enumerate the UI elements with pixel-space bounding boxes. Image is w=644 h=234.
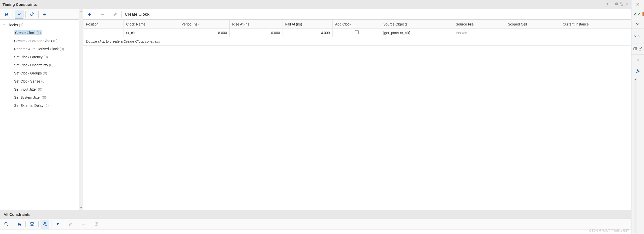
tree-item[interactable]: Set Clock Uncertainty (0) xyxy=(0,61,83,69)
checkbox-icon[interactable] xyxy=(355,30,359,34)
tree-item[interactable]: Create Generated Clock (0) xyxy=(0,37,83,45)
cell-current-instance[interactable] xyxy=(560,29,631,37)
detail-pane: Create Clock PositionClock NamePeriod (n… xyxy=(83,9,631,210)
scroll-down-icon[interactable]: ▾ xyxy=(80,206,82,210)
chevron-down-icon[interactable] xyxy=(631,19,644,29)
collapse-icon[interactable] xyxy=(15,220,23,228)
column-header[interactable]: Rise At (ns) xyxy=(230,20,283,29)
column-header[interactable]: Period (ns) xyxy=(179,20,230,29)
close-panel-icon[interactable]: ✕ xyxy=(631,55,644,66)
divider xyxy=(77,221,77,227)
divider xyxy=(109,11,109,18)
tree-item[interactable]: Set Clock Latency (0) xyxy=(0,53,83,61)
clock-icon xyxy=(92,220,101,228)
column-header[interactable]: Fall At (ns) xyxy=(283,20,332,29)
column-header[interactable]: Source File xyxy=(453,20,505,29)
add-icon[interactable] xyxy=(41,10,49,19)
hint-row[interactable]: Double click to create a Create Clock co… xyxy=(83,37,631,46)
cell-fall[interactable]: 4.000 xyxy=(283,29,332,37)
tree-item[interactable]: Create Clock (1) xyxy=(0,29,83,37)
close-icon[interactable]: ✕ xyxy=(638,34,641,38)
mini-scrollbar[interactable]: ▴ xyxy=(634,78,637,233)
cell-scoped-cell[interactable] xyxy=(505,29,560,37)
tree-item[interactable]: Set External Delay (0) xyxy=(0,101,83,110)
expand-all-icon[interactable] xyxy=(15,10,23,19)
svg-line-31 xyxy=(639,72,639,73)
constraints-table-wrap[interactable]: PositionClock NamePeriod (ns)Rise At (ns… xyxy=(83,20,631,210)
tree-item-count: (0) xyxy=(44,55,48,59)
svg-point-13 xyxy=(5,222,7,225)
column-header[interactable]: Current Instance xyxy=(560,20,631,29)
tree-item-count: (0) xyxy=(41,79,46,83)
table-row[interactable]: 1 rx_clk 8.000 0.000 4.000 [get_ports rx… xyxy=(83,29,631,37)
help-icon[interactable]: ? xyxy=(634,34,637,38)
divider xyxy=(64,221,64,227)
cell-period[interactable]: 8.000 xyxy=(179,29,230,37)
tree-item-label: Set System Jitter xyxy=(14,95,41,99)
tree-group-count: (1) xyxy=(19,23,23,27)
hint-text: Double click to create a Create Clock co… xyxy=(83,37,631,46)
tree-list[interactable]: ﹀ Clocks (1) Create Clock (1)Create Gene… xyxy=(0,20,83,210)
pin-icon[interactable] xyxy=(28,10,36,19)
status-row: e ✓ xyxy=(631,9,644,19)
tree-group-clocks[interactable]: ﹀ Clocks (1) xyxy=(0,21,83,29)
tree-item[interactable]: Set Input Jitter (0) xyxy=(0,85,83,93)
expand-icon[interactable] xyxy=(28,220,36,228)
tree-item-count: (0) xyxy=(44,103,49,108)
constraints-table: PositionClock NamePeriod (ns)Rise At (ns… xyxy=(83,20,631,46)
status-letter: e xyxy=(634,12,636,16)
tree-item[interactable]: Set Clock Sense (0) xyxy=(0,77,83,85)
column-header[interactable]: Source Objects xyxy=(381,20,453,29)
detail-toolbar: Create Clock xyxy=(83,9,631,20)
divider xyxy=(51,221,51,227)
divider xyxy=(90,221,90,227)
collapse-all-icon[interactable] xyxy=(2,10,11,19)
tree-item[interactable]: Rename Auto-Derived Clock (0) xyxy=(0,45,83,53)
search-icon[interactable] xyxy=(2,220,11,228)
cell-clock-name[interactable]: rx_clk xyxy=(124,29,179,37)
maximize-icon[interactable] xyxy=(620,2,623,7)
add-constraint-icon[interactable] xyxy=(85,10,94,19)
svg-line-32 xyxy=(636,72,637,73)
cell-add-clock[interactable] xyxy=(332,29,381,37)
scroll-up-icon[interactable]: ▴ xyxy=(80,9,82,13)
column-header[interactable]: Scoped Cell xyxy=(505,20,560,29)
minimize-icon[interactable] xyxy=(610,2,613,7)
check-icon: ✓ xyxy=(637,11,641,17)
restore-icon[interactable] xyxy=(633,47,637,50)
popout-icon[interactable] xyxy=(639,47,642,50)
tree-item-label: Create Clock xyxy=(15,31,36,35)
tree-item-label: Set Clock Sense xyxy=(14,79,40,83)
chevron-down-icon[interactable]: ﹀ xyxy=(3,23,7,27)
cell-position[interactable]: 1 xyxy=(83,29,124,37)
tree-scrollbar[interactable]: ▴ ▾ xyxy=(79,9,83,210)
tree-item-count: (0) xyxy=(53,39,57,43)
tree-item[interactable]: Set System Jitter (0) xyxy=(0,93,83,101)
help-icon[interactable]: ? xyxy=(606,3,608,7)
cell-source-file[interactable]: top.xdc xyxy=(453,29,505,37)
edit-icon xyxy=(66,220,75,228)
close-x-icon[interactable]: ✕ xyxy=(631,0,644,9)
filter-icon[interactable] xyxy=(53,220,62,228)
column-header[interactable]: Clock Name xyxy=(124,20,179,29)
tree-item-label: Set External Delay xyxy=(14,103,43,108)
tree-item[interactable]: Set Clock Groups (0) xyxy=(0,69,83,77)
column-header[interactable]: Add Clock xyxy=(332,20,381,29)
gear-icon[interactable] xyxy=(631,66,644,77)
divider xyxy=(38,11,39,18)
panel-title: Timing Constraints xyxy=(3,2,37,7)
cell-rise[interactable]: 0.000 xyxy=(230,29,283,37)
tree-item-count: (1) xyxy=(37,31,41,35)
all-constraints-title: All Constraints xyxy=(4,212,30,217)
restore-icon[interactable] xyxy=(615,2,618,7)
cell-source-objects[interactable]: [get_ports rx_clk] xyxy=(381,29,453,37)
column-header[interactable]: Position xyxy=(83,20,124,29)
svg-line-14 xyxy=(7,225,8,226)
tree-item-count: (0) xyxy=(49,63,53,67)
close-icon[interactable] xyxy=(625,2,628,7)
tree-item-label: Set Clock Uncertainty xyxy=(14,63,48,67)
tree-item-count: (0) xyxy=(38,87,42,91)
tree-item-count: (0) xyxy=(42,95,46,99)
tree-item-label: Set Clock Latency xyxy=(14,55,43,59)
hierarchy-icon[interactable] xyxy=(41,220,49,228)
